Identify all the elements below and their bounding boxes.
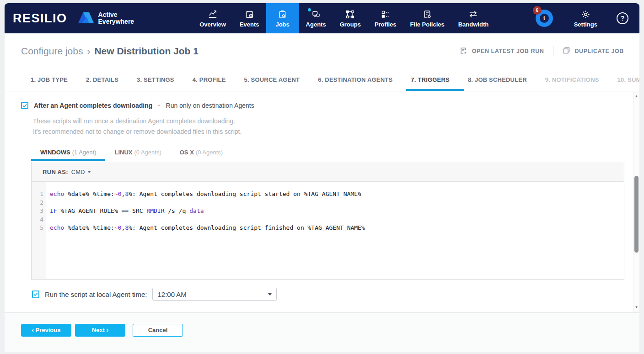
notification-dot [308, 8, 311, 11]
notification-badge: 6 [533, 6, 542, 15]
open-latest-job-run-label: OPEN LATEST JOB RUN [472, 48, 544, 54]
header-actions: OPEN LATEST JOB RUN DUPLICATE JOB [460, 46, 624, 56]
editor-code[interactable]: echo %date% %time:~0,8%: Agent completes… [46, 182, 624, 279]
trigger-note: Run only on destination Agents [166, 102, 254, 109]
os-tab-os-x[interactable]: OS X(0 Agents) [171, 149, 232, 161]
info-icon: i [540, 14, 549, 23]
nav-item-label: Groups [340, 21, 361, 28]
profiles-icon [381, 9, 390, 20]
help-button[interactable]: ? [617, 12, 628, 24]
groups-icon [345, 9, 355, 20]
schedule-checkbox[interactable] [32, 291, 39, 298]
os-tab-windows[interactable]: WINDOWS(1 Agent) [31, 149, 105, 161]
trigger-description: These scripts will run once a destinatio… [33, 116, 639, 137]
nav-item-overview[interactable]: Overview [193, 3, 233, 33]
os-tabs: WINDOWS(1 Agent)LINUX(0 Agents)OS X(0 Ag… [31, 149, 639, 161]
step-tab-5-source-agent[interactable]: 5. SOURCE AGENT [240, 76, 305, 91]
schedule-row: Run the script at local Agent time: 12:0… [32, 288, 639, 301]
os-tab-agent-count: (1 Agent) [72, 149, 97, 156]
scrollbar-thumb[interactable] [634, 176, 639, 253]
os-tab-agent-count: (0 Agents) [134, 149, 161, 156]
nav-item-bandwidth[interactable]: Bandwidth [451, 3, 495, 33]
os-tab-name: LINUX [114, 149, 132, 156]
duplicate-job-button[interactable]: DUPLICATE JOB [563, 47, 624, 56]
code-token: echo [50, 224, 64, 231]
previous-button[interactable]: ‹ Previous [21, 324, 71, 337]
brand: RESILIO Active Everywhere [5, 3, 134, 33]
notifications-info-button[interactable]: 6 i [536, 10, 553, 27]
time-select-value: 12:00 AM [157, 291, 186, 298]
code-token: IF [50, 207, 57, 214]
step-tab-8-job-scheduler[interactable]: 8. JOB SCHEDULER [463, 76, 531, 91]
step-tab-7-triggers[interactable]: 7. TRIGGERS [406, 76, 454, 91]
triggers-content: After an Agent completes downloading · R… [5, 91, 639, 312]
code-line [50, 199, 624, 207]
nav-item-label: Events [240, 21, 259, 28]
scroll-down-arrow[interactable]: ▼ [635, 302, 639, 312]
code-token: /s /q [164, 207, 189, 214]
code-token: 0 [118, 224, 122, 231]
code-line: echo %date% %time:~0,8%: Agent completes… [50, 190, 624, 199]
os-tab-linux[interactable]: LINUX(0 Agents) [105, 149, 170, 161]
open-latest-job-run-button[interactable]: OPEN LATEST JOB RUN [460, 47, 544, 56]
trigger-description-line1: These scripts will run once a destinatio… [33, 116, 639, 127]
nav-item-label: Bandwidth [458, 21, 488, 28]
os-tab-name: WINDOWS [40, 149, 70, 156]
wizard-footer: ‹ Previous Next › Cancel [5, 312, 639, 352]
run-as-dropdown[interactable]: CMD [71, 169, 91, 175]
nav-item-profiles[interactable]: Profiles [368, 3, 403, 33]
nav-item-events[interactable]: Events [233, 3, 266, 33]
page: Configure jobs › New Distribution Job 1 … [5, 33, 639, 352]
script-editor[interactable]: 12345 echo %date% %time:~0,8%: Agent com… [32, 182, 624, 279]
nav-item-label: Profiles [375, 21, 397, 28]
nav-item-label: File Policies [410, 21, 445, 28]
step-tab-6-destination-agents[interactable]: 6. DESTINATION AGENTS [313, 76, 397, 91]
top-nav: RESILIO Active Everywhere OverviewEvents… [5, 3, 639, 33]
nav-right-cluster: 6 i Settings ? [536, 3, 639, 33]
line-number: 4 [32, 216, 43, 224]
code-token: %TAG_AGENT_ROLE% == SRC [57, 207, 147, 214]
scroll-up-arrow[interactable]: ▲ [635, 91, 639, 101]
actions-divider [553, 46, 553, 56]
nav-item-label: Settings [574, 21, 597, 28]
nav-item-settings[interactable]: Settings [567, 9, 605, 28]
page-header: Configure jobs › New Distribution Job 1 … [5, 33, 639, 66]
question-icon: ? [621, 15, 625, 22]
trigger-checkbox[interactable] [21, 102, 28, 109]
agents-icon [311, 9, 321, 20]
line-number: 5 [32, 224, 43, 232]
overview-icon [208, 9, 218, 20]
next-button[interactable]: Next › [75, 324, 125, 337]
step-tab-3-settings[interactable]: 3. SETTINGS [132, 76, 179, 91]
active-everywhere-mark-icon [77, 11, 95, 26]
open-job-run-icon [460, 47, 468, 56]
line-number: 2 [32, 199, 43, 207]
bandwidth-icon [468, 9, 478, 20]
nav-item-label: Overview [199, 21, 226, 28]
code-token: %date% %time: [64, 190, 114, 197]
code-token: ~ [114, 190, 118, 197]
time-select[interactable]: 12:00 AM [152, 288, 277, 301]
duplicate-job-label: DUPLICATE JOB [574, 48, 624, 54]
nav-item-jobs[interactable]: Jobs [266, 3, 299, 33]
breadcrumb-configure-jobs[interactable]: Configure jobs [21, 46, 83, 57]
line-number: 1 [32, 190, 43, 199]
resilio-logo: RESILIO [13, 11, 67, 26]
os-tab-agent-count: (0 Agents) [196, 149, 223, 156]
code-token: %: Agent completes downloading script fi… [129, 224, 365, 231]
step-tab-2-details[interactable]: 2. DETAILS [81, 76, 123, 91]
nav-item-agents[interactable]: Agents [299, 3, 333, 33]
breadcrumb: Configure jobs › New Distribution Job 1 [21, 46, 199, 57]
cancel-button[interactable]: Cancel [133, 324, 183, 337]
nav-item-file-policies[interactable]: File Policies [403, 3, 451, 33]
script-panel: RUN AS: CMD 12345 echo %date% %time:~0,8… [31, 162, 624, 280]
step-tab-9-notifications: 9. NOTIFICATIONS [541, 76, 604, 91]
trigger-title-separator: · [158, 101, 160, 110]
product-name: Active Everywhere [98, 11, 134, 25]
step-tab-4-profile[interactable]: 4. PROFILE [188, 76, 231, 91]
nav-item-groups[interactable]: Groups [333, 3, 368, 33]
active-everywhere-logo: Active Everywhere [77, 11, 134, 26]
vertical-scrollbar[interactable]: ▲ ▼ [633, 91, 639, 312]
step-tab-1-job-type[interactable]: 1. JOB TYPE [26, 76, 72, 91]
nav-item-label: Agents [306, 21, 326, 28]
